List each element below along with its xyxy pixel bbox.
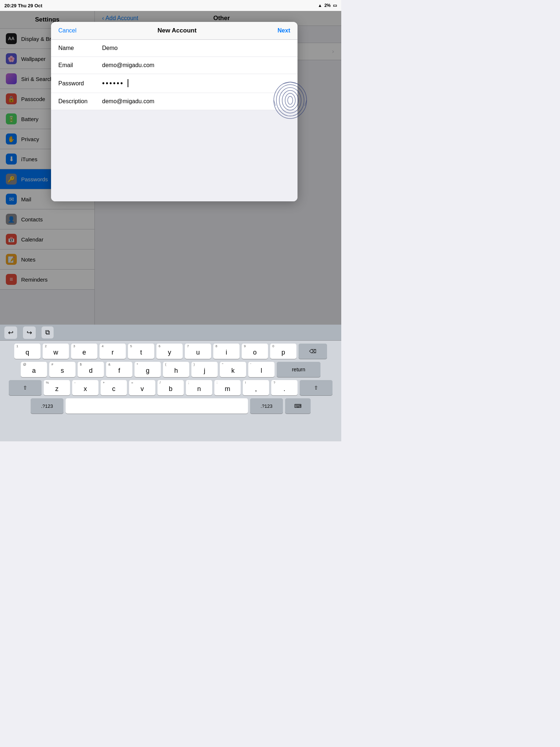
paste-button[interactable]: ⧉ [42, 326, 54, 338]
key-row-3: ⇧ %z -x +c =v /b ;n :m !, ?. ⇧ [1, 380, 340, 395]
key-e[interactable]: 3e [71, 344, 97, 359]
dialog-nav: Cancel New Account Next [51, 22, 298, 40]
next-button[interactable]: Next [277, 27, 290, 34]
svg-point-1 [276, 85, 304, 116]
key-q[interactable]: 1q [14, 344, 40, 359]
battery-text: 2% [324, 3, 331, 8]
battery-icon: ▭ [333, 3, 337, 8]
num123-right-key[interactable]: .?123 [250, 398, 283, 414]
dialog-empty-area [51, 110, 298, 201]
key-s[interactable]: #s [49, 362, 75, 377]
keyboard: ↩ ↪ ⧉ 1q 2w 3e 4r 5t 6y 7u 8i 9o 0p ⌫ @a… [0, 325, 341, 441]
key-l[interactable]: 'l [248, 362, 275, 377]
key-period[interactable]: ?. [271, 380, 298, 395]
key-r[interactable]: 4r [100, 344, 126, 359]
status-icons: ▲ 2% ▭ [318, 3, 337, 8]
password-field-row: Password •••••• [51, 74, 298, 93]
key-w[interactable]: 2w [43, 344, 69, 359]
key-f[interactable]: &f [106, 362, 132, 377]
keyboard-rows: 1q 2w 3e 4r 5t 6y 7u 8i 9o 0p ⌫ @a #s $d… [0, 341, 341, 415]
key-u[interactable]: 7u [185, 344, 211, 359]
key-t[interactable]: 5t [128, 344, 154, 359]
key-p[interactable]: 0p [270, 344, 296, 359]
svg-point-2 [279, 88, 301, 113]
num123-left-key[interactable]: .?123 [31, 398, 63, 414]
key-d[interactable]: $d [78, 362, 104, 377]
undo-button[interactable]: ↩ [4, 326, 17, 339]
key-comma[interactable]: !, [243, 380, 269, 395]
status-bar: 20:29 Thu 29 Oct ▲ 2% ▭ [0, 0, 341, 11]
description-field-row: Description demo@migadu.com [51, 93, 298, 110]
description-label: Description [58, 98, 102, 105]
key-a[interactable]: @a [21, 362, 47, 377]
key-o[interactable]: 9o [242, 344, 268, 359]
name-field-row: Name Demo [51, 40, 298, 57]
name-label: Name [58, 45, 102, 51]
status-time: 20:29 Thu 29 Oct [4, 3, 42, 8]
key-v[interactable]: =v [129, 380, 155, 395]
backspace-key[interactable]: ⌫ [299, 344, 327, 359]
key-row-4: .?123 .?123 ⌨ [1, 398, 340, 414]
return-key[interactable]: return [277, 362, 320, 377]
shift-key-right[interactable]: ⇧ [300, 380, 332, 395]
key-k[interactable]: "k [220, 362, 246, 377]
new-account-dialog: Cancel New Account Next Name Demo Email … [51, 22, 298, 201]
fingerprint-overlay [272, 80, 308, 120]
wifi-icon: ▲ [318, 3, 322, 8]
shift-key[interactable]: ⇧ [9, 380, 42, 395]
email-field-row: Email demo@migadu.com [51, 57, 298, 74]
dialog-title: New Account [158, 27, 197, 34]
cancel-button[interactable]: Cancel [58, 27, 77, 34]
key-i[interactable]: 8i [213, 344, 240, 359]
space-key[interactable] [66, 398, 248, 414]
keyboard-icon-key[interactable]: ⌨ [285, 398, 311, 414]
redo-button[interactable]: ↪ [23, 326, 36, 339]
key-b[interactable]: /b [158, 380, 184, 395]
key-c[interactable]: +c [101, 380, 127, 395]
key-row-1: 1q 2w 3e 4r 5t 6y 7u 8i 9o 0p ⌫ [1, 344, 340, 359]
keyboard-toolbar: ↩ ↪ ⧉ [0, 325, 341, 341]
name-value[interactable]: Demo [102, 45, 290, 51]
key-j[interactable]: )j [191, 362, 218, 377]
key-m[interactable]: :m [214, 380, 241, 395]
email-value[interactable]: demo@migadu.com [102, 62, 290, 69]
key-x[interactable]: -x [72, 380, 98, 395]
key-n[interactable]: ;n [186, 380, 212, 395]
email-label: Email [58, 62, 102, 69]
password-label: Password [58, 80, 102, 87]
dialog-fields: Name Demo Email demo@migadu.com Password… [51, 40, 298, 110]
description-value[interactable]: demo@migadu.com [102, 98, 290, 105]
key-row-2: @a #s $d &f *g (h )j "k 'l return [1, 362, 340, 377]
svg-point-5 [288, 96, 293, 104]
key-y[interactable]: 6y [156, 344, 183, 359]
svg-point-4 [285, 93, 295, 107]
key-h[interactable]: (h [163, 362, 189, 377]
key-g[interactable]: *g [135, 362, 161, 377]
password-value[interactable]: •••••• [102, 79, 290, 88]
key-z[interactable]: %z [44, 380, 70, 395]
